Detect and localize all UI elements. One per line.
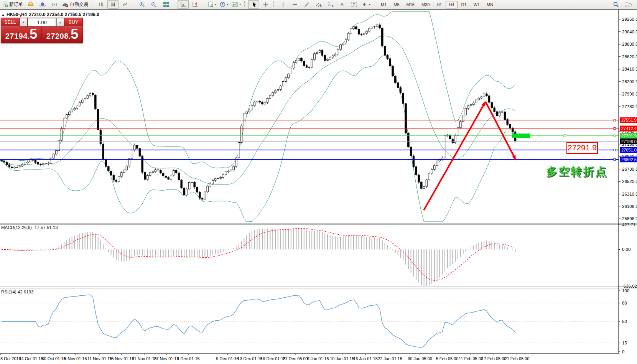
timeframe-m30-button[interactable]: M30 xyxy=(418,1,433,8)
toolbar-separator xyxy=(203,1,205,8)
text-button[interactable]: A xyxy=(337,0,348,9)
support-highlight-bar[interactable] xyxy=(512,133,530,138)
cursor-button[interactable] xyxy=(248,0,259,9)
zoom-in-button[interactable] xyxy=(137,0,148,9)
volume-increase-button[interactable]: ▲ xyxy=(56,18,64,26)
candle xyxy=(16,167,18,168)
svg-text:28200.0: 28200.0 xyxy=(622,79,637,84)
timeframe-mn-button[interactable]: MN xyxy=(484,1,496,8)
candle xyxy=(481,97,482,98)
candle xyxy=(35,160,36,162)
candle xyxy=(379,25,381,28)
candle xyxy=(37,162,39,164)
auto-scroll-button[interactable] xyxy=(178,0,189,9)
fibonacci-icon: F xyxy=(327,2,334,8)
svg-text:27990.0: 27990.0 xyxy=(622,92,637,96)
candle xyxy=(157,170,159,170)
price-axis[interactable]: 29250.029040.028830.028620.028410.028200… xyxy=(619,17,637,354)
cn-annotation-text[interactable]: 多空转折点 xyxy=(546,164,607,180)
svg-text:27 Dec 05:00: 27 Dec 05:00 xyxy=(283,356,308,361)
arrows-button[interactable]: ▾ xyxy=(360,0,372,9)
timeframe-d1-button[interactable]: D1 xyxy=(458,1,470,8)
candle xyxy=(389,59,391,66)
candle xyxy=(102,144,104,160)
svg-text:E: E xyxy=(320,5,322,8)
line-chart-icon xyxy=(122,2,128,8)
candlestick-chart-button[interactable] xyxy=(107,0,119,9)
candle xyxy=(63,118,65,128)
periods-button[interactable]: ▾ xyxy=(219,0,230,9)
timeframe-m15-button[interactable]: M15 xyxy=(403,1,418,8)
timeframe-m1-button[interactable]: M1 xyxy=(378,1,390,8)
text-label-button[interactable]: T xyxy=(349,0,360,9)
horizontal-line-button[interactable] xyxy=(289,0,300,9)
candle xyxy=(423,186,425,188)
chart-shift-button[interactable] xyxy=(189,0,201,9)
sell-price-frac: 5 xyxy=(30,28,37,41)
zoom-out-button[interactable] xyxy=(148,0,160,9)
candle xyxy=(142,156,143,172)
new-order-button[interactable]: 新订单 xyxy=(1,0,24,9)
price-callout-box[interactable]: 27291.9 xyxy=(566,142,598,154)
community-button[interactable] xyxy=(37,0,48,9)
svg-text:27780.0: 27780.0 xyxy=(622,104,637,109)
candle xyxy=(175,171,177,173)
signals-button[interactable] xyxy=(49,0,60,9)
svg-text:29250.0: 29250.0 xyxy=(622,17,637,21)
candle xyxy=(356,26,357,29)
svg-text:8 Oct 2019: 8 Oct 2019 xyxy=(0,356,21,361)
chart-canvas[interactable]: 29250.029040.028830.028620.028410.028200… xyxy=(0,10,637,364)
timeframe-h1-button[interactable]: H1 xyxy=(433,1,445,8)
trend-arrow[interactable] xyxy=(486,102,516,160)
candle xyxy=(316,53,318,54)
new-chart-button[interactable]: ▾ xyxy=(207,0,218,9)
fibonacci-button[interactable]: F xyxy=(325,0,336,9)
candle xyxy=(243,114,245,126)
timeframe-m5-button[interactable]: M5 xyxy=(390,1,402,8)
search-button[interactable] xyxy=(611,0,622,9)
buy-button[interactable]: BUY xyxy=(64,18,82,26)
collapse-toggle-icon[interactable]: ▲ xyxy=(2,13,5,16)
macd-pane[interactable] xyxy=(2,227,515,286)
candle xyxy=(251,105,253,110)
timeframe-w1-button[interactable]: W1 xyxy=(471,1,483,8)
candle xyxy=(131,150,133,159)
crosshair-icon xyxy=(263,2,269,8)
candle xyxy=(400,88,402,93)
buy-price-button[interactable]: 27208.5 xyxy=(42,27,82,43)
gold-ingot-button[interactable] xyxy=(25,0,36,9)
timeframe-h4-button[interactable]: H4 xyxy=(446,1,457,8)
crosshair-button[interactable] xyxy=(260,0,271,9)
sell-price-button[interactable]: 27194.5 xyxy=(1,27,41,43)
line-chart-button[interactable] xyxy=(119,0,130,9)
equidistant-channel-button[interactable]: E xyxy=(313,0,324,9)
tile-windows-button[interactable] xyxy=(160,0,171,9)
time-axis[interactable]: 8 Oct 201924 Oct 01:1530 Oct 01:155 Nov … xyxy=(0,354,529,361)
candle xyxy=(95,95,97,109)
trendline-button[interactable] xyxy=(301,0,312,9)
candle xyxy=(79,102,81,106)
candle xyxy=(421,182,423,188)
trend-arrow[interactable] xyxy=(424,102,486,210)
main-price-pane[interactable] xyxy=(0,12,619,222)
candle xyxy=(253,102,255,105)
svg-text:30 Jan 05:00: 30 Jan 05:00 xyxy=(408,356,432,361)
candle xyxy=(188,182,190,189)
volume-decrease-button[interactable]: ▼ xyxy=(20,18,27,26)
bar-chart-button[interactable] xyxy=(95,0,107,9)
macd-label: MACD(12,26,9) -17.57 51.13 xyxy=(1,225,58,230)
candle xyxy=(290,68,292,74)
svg-text:24 Oct 01:15: 24 Oct 01:15 xyxy=(19,356,43,361)
candle xyxy=(259,101,261,102)
rsi-pane[interactable] xyxy=(0,295,619,348)
volume-input[interactable]: 1.00 xyxy=(28,18,56,26)
autotrading-button[interactable]: 自动交易 xyxy=(61,0,89,9)
svg-text:15: 15 xyxy=(622,341,627,345)
chat-button[interactable] xyxy=(622,0,634,9)
templates-button[interactable]: ▾ xyxy=(230,0,242,9)
candle xyxy=(264,102,266,104)
sell-button[interactable]: SELL xyxy=(1,18,19,26)
vertical-line-button[interactable] xyxy=(277,0,288,9)
svg-text:30 Oct 01:15: 30 Oct 01:15 xyxy=(42,356,66,361)
candle xyxy=(371,27,373,28)
